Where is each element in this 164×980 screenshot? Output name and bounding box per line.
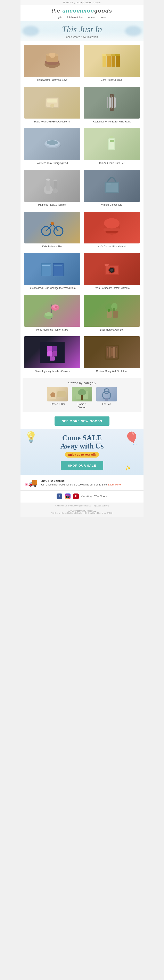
svg-rect-36 <box>54 180 57 181</box>
blog-name[interactable]: The Goods <box>94 495 107 498</box>
svg-rect-77 <box>52 346 57 351</box>
product-bike[interactable]: Kid's Balance Bike <box>22 210 82 251</box>
product-img-bath <box>84 128 140 160</box>
svg-point-66 <box>55 306 58 308</box>
svg-rect-79 <box>52 351 57 356</box>
top-bar: Email listing display? View in browser <box>20 0 144 5</box>
svg-rect-80 <box>50 356 55 361</box>
product-charging[interactable]: Wireless Teak Charging Pad <box>22 126 82 168</box>
product-label-knife: Reclaimed Wine Barrel Knife Rack <box>84 120 140 124</box>
hero-section: This Just In shop what's new this week <box>20 21 144 41</box>
address-footer: ©2019 UncommonGoods®LLC 161 Imlay Street… <box>20 509 144 517</box>
svg-rect-6 <box>107 55 111 67</box>
product-label-planter: Metal Flamingo Planter Stake <box>24 328 80 332</box>
svg-rect-7 <box>112 55 115 67</box>
product-label-book: Personalized I Can Change the World Book <box>24 286 80 290</box>
svg-rect-70 <box>113 311 118 318</box>
svg-rect-73 <box>108 309 110 312</box>
product-basil[interactable]: Basil Harvest Gift Set <box>82 293 142 334</box>
nav-women[interactable]: women <box>88 16 96 19</box>
shipping-section: 🌸🚚 LOVE Free Shipping! Join Uncommon Per… <box>20 475 144 490</box>
instagram-icon[interactable]: 📷 <box>65 493 71 499</box>
product-img-cordials <box>84 45 140 77</box>
svg-line-44 <box>52 224 58 231</box>
browse-dad[interactable]: For Dad <box>96 387 117 409</box>
sale-enjoy-badge: Enjoy up to 70% off! <box>65 452 99 458</box>
cta-section: SEE MORE NEW GOODS <box>20 414 144 429</box>
svg-rect-9 <box>102 54 107 56</box>
nav-gifts[interactable]: gifts <box>58 16 63 19</box>
browse-img-garden <box>72 387 92 401</box>
product-book[interactable]: Personalized I Can Change the World Book <box>22 251 82 293</box>
browse-kitchen[interactable]: Kitchen & Bar <box>47 387 68 409</box>
header: the uncommongoods gifts kitchen & bar wo… <box>20 5 144 21</box>
svg-point-68 <box>45 312 52 317</box>
svg-point-34 <box>46 178 50 181</box>
svg-rect-89 <box>57 391 66 397</box>
shop-sale-button[interactable]: SHOP OUR SALE <box>61 461 104 470</box>
product-img-knife <box>84 87 140 119</box>
logo: the uncommongoods <box>20 8 144 14</box>
svg-rect-87 <box>116 348 117 357</box>
pinterest-icon[interactable]: P <box>73 493 79 499</box>
shipping-text: LOVE Free Shipping! Join Uncommon Perks … <box>41 479 121 487</box>
address-text: 161 Imlay Street, Building B Suite 1100,… <box>22 512 142 514</box>
product-oatmeal[interactable]: Handwarmer Oatmeal Bowl <box>22 43 82 84</box>
product-bath[interactable]: Gin And Tonic Bath Set <box>82 126 142 168</box>
svg-rect-49 <box>104 229 120 231</box>
product-img-helmet <box>84 212 140 243</box>
browse-label-garden: Home & Garden <box>72 402 92 409</box>
product-grid: Handwarmer Oatmeal Bowl Zero Proof Cordi… <box>20 41 144 378</box>
svg-rect-15 <box>47 99 57 102</box>
unsub-text: update email preferences | unsubscribe |… <box>55 504 109 507</box>
shipping-body: Join Uncommon Perks for just $14.90 duri… <box>41 483 107 486</box>
product-flask[interactable]: Magnetic Flask & Tumbler <box>22 168 82 210</box>
browse-label-dad: For Dad <box>96 402 117 406</box>
product-lighting[interactable]: Smart Lighting Panels - Canvas <box>22 334 82 376</box>
blog-prefix: Our Blog <box>81 495 91 498</box>
sale-section: 💡 🎈 Come SALE Away with Us Enjoy up to 7… <box>20 429 144 475</box>
svg-rect-93 <box>81 395 83 401</box>
nav-kitchen[interactable]: kitchen & bar <box>67 16 83 19</box>
product-label-goat: Make Your Own Goat Cheese Kit <box>24 120 80 124</box>
svg-rect-55 <box>42 265 50 266</box>
product-goat[interactable]: Make Your Own Goat Cheese Kit <box>22 84 82 126</box>
sale-stars-icon: ✨ <box>125 465 131 471</box>
product-helmet[interactable]: Kid's Classic Bike Helmet <box>82 210 142 251</box>
product-img-basil <box>84 295 140 327</box>
product-img-book <box>24 253 80 285</box>
product-img-oatmeal <box>24 45 80 77</box>
svg-point-61 <box>110 269 113 272</box>
product-planter[interactable]: Metal Flamingo Planter Stake <box>22 293 82 334</box>
browse-garden[interactable]: Home & Garden <box>72 387 92 409</box>
svg-rect-86 <box>114 347 115 358</box>
sale-title: Come SALE Away with Us <box>25 434 139 450</box>
shipping-title: LOVE Free Shipping! <box>41 479 65 482</box>
product-cordials[interactable]: Zero Proof Cordials <box>82 43 142 84</box>
product-song[interactable]: Custom Song Wall Sculpture <box>82 334 142 376</box>
product-label-bike: Kid's Balance Bike <box>24 245 80 248</box>
nav-men[interactable]: men <box>101 16 106 19</box>
svg-point-16 <box>50 103 54 108</box>
svg-rect-12 <box>115 54 120 56</box>
svg-point-92 <box>78 389 86 395</box>
product-knife[interactable]: Reclaimed Wine Barrel Knife Rack <box>82 84 142 126</box>
browse-img-dad <box>96 387 117 401</box>
facebook-icon[interactable]: f <box>57 493 62 499</box>
social-footer: f 📷 P Our Blog The Goods <box>20 490 144 503</box>
svg-rect-22 <box>114 97 116 108</box>
svg-rect-85 <box>111 348 113 356</box>
svg-rect-10 <box>106 54 111 56</box>
see-more-button[interactable]: SEE MORE NEW GOODS <box>55 417 109 426</box>
product-label-song: Custom Song Wall Sculpture <box>84 370 140 373</box>
svg-rect-8 <box>116 55 120 67</box>
product-camera[interactable]: Retro Cardboard Instant Camera <box>82 251 142 293</box>
sale-title-line1: Come SALE <box>62 434 102 442</box>
svg-point-31 <box>110 136 114 138</box>
product-tote[interactable]: Waxed Market Tote <box>82 168 142 210</box>
shipping-learn-more-link[interactable]: Learn More <box>108 483 121 486</box>
svg-point-94 <box>102 391 111 399</box>
product-label-charging: Wireless Teak Charging Pad <box>24 162 80 165</box>
svg-rect-11 <box>111 54 116 56</box>
svg-point-37 <box>53 188 58 193</box>
